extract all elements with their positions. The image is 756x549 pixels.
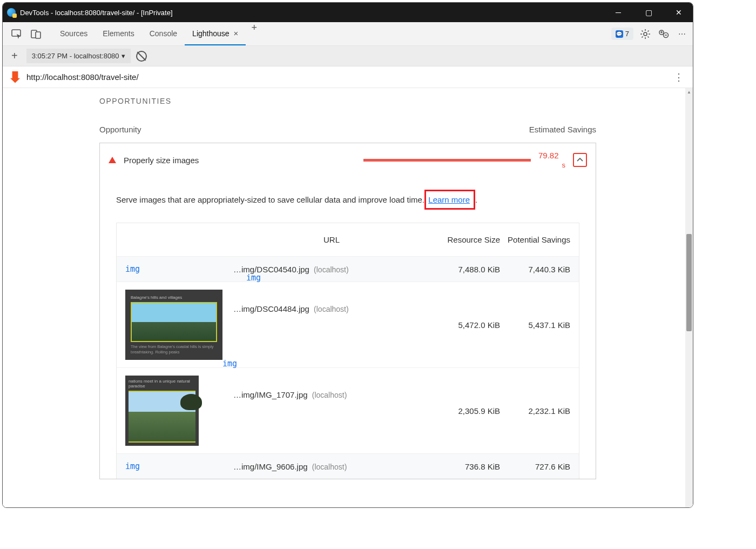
row-savings: 2,232.1 KiB (500, 406, 570, 416)
opportunity-card: Properly size images 79.82 s Serve image… (99, 143, 596, 479)
opportunity-header-row[interactable]: Properly size images 79.82 s (100, 143, 596, 177)
tabbar-right-controls: 💬 7 ⋯ (611, 28, 688, 41)
collapse-chevron-icon[interactable] (573, 153, 587, 167)
img-tag[interactable]: img (125, 461, 140, 471)
thumb-photo (131, 302, 217, 342)
close-tab-icon[interactable]: × (234, 29, 239, 38)
row-url: …img/IMG_9606.jpg (localhost) (233, 462, 430, 471)
table-row: img …img/IMG_9606.jpg (localhost) 736.8 … (117, 453, 579, 479)
img-tag[interactable]: img (125, 264, 140, 274)
devtools-tabbar: Sources Elements Console Lighthouse × + … (3, 22, 693, 46)
app-favicon-icon (7, 8, 16, 17)
image-thumbnail: Balagne's hills and villages The view fr… (125, 290, 222, 360)
report-content: OPPORTUNITIES Opportunity Estimated Savi… (3, 88, 693, 507)
report-selector-dropdown[interactable]: 3:05:27 PM - localhost:8080 ▾ (26, 49, 131, 63)
tab-sources[interactable]: Sources (52, 22, 95, 45)
row-savings: 5,437.1 KiB (500, 320, 570, 330)
tab-elements[interactable]: Elements (95, 22, 141, 45)
opportunity-title: Properly size images (124, 156, 199, 165)
row-size: 5,472.0 KiB (430, 320, 500, 330)
issues-count: 7 (625, 30, 629, 38)
window-controls: ─ ▢ ✕ (609, 8, 688, 17)
vertical-scrollbar[interactable]: ▲ (685, 88, 693, 507)
dropdown-arrow-icon: ▾ (122, 52, 125, 60)
svg-rect-0 (12, 30, 21, 36)
row-url: …img/DSC04540.jpg (localhost) (233, 265, 430, 274)
row-size: 2,305.9 KiB (430, 406, 500, 416)
savings-value: 79.82 (538, 151, 559, 160)
opportunity-description: Serve images that are appropriately-size… (116, 190, 579, 210)
head-resource-size: Resource Size (430, 235, 500, 244)
audit-url-bar: http://localhost:8080/travel-site/ ⋮ (3, 66, 693, 88)
add-tab-button[interactable]: + (246, 22, 262, 45)
close-button[interactable]: ✕ (669, 8, 688, 17)
maximize-button[interactable]: ▢ (639, 8, 658, 17)
element-picker-icon[interactable] (7, 26, 26, 42)
devtools-window: DevTools - localhost:8080/travel-site/ -… (2, 2, 693, 508)
window-titlebar: DevTools - localhost:8080/travel-site/ -… (3, 3, 693, 22)
minimize-button[interactable]: ─ (609, 8, 628, 17)
images-table: URL Resource Size Potential Savings img … (116, 223, 579, 479)
head-potential-savings: Potential Savings (500, 235, 570, 244)
device-toggle-icon[interactable] (26, 26, 46, 42)
clear-reports-icon[interactable] (136, 51, 147, 62)
panel-tabs: Sources Elements Console Lighthouse × + (52, 22, 262, 45)
row-size: 736.8 KiB (430, 462, 500, 471)
new-report-button[interactable]: + (8, 50, 21, 62)
tab-console[interactable]: Console (142, 22, 185, 45)
lighthouse-logo-icon (10, 71, 20, 83)
audited-url: http://localhost:8080/travel-site/ (26, 72, 666, 82)
scroll-up-arrow-icon[interactable]: ▲ (687, 90, 691, 95)
svg-rect-2 (36, 32, 40, 38)
col-opportunity-label: Opportunity (99, 125, 141, 134)
table-header: URL Resource Size Potential Savings (117, 223, 579, 256)
issues-badge[interactable]: 💬 7 (611, 28, 633, 40)
table-row: Balagne's hills and villages The view fr… (117, 282, 579, 367)
opportunities-columns: Opportunity Estimated Savings (99, 125, 596, 134)
row-size: 7,488.0 KiB (430, 265, 500, 274)
image-thumbnail: nations meet in a unique natural paradis… (125, 376, 199, 446)
savings-unit: s (538, 161, 565, 169)
more-menu-icon[interactable]: ⋯ (676, 28, 688, 41)
report-menu-icon[interactable]: ⋮ (672, 71, 685, 83)
opportunities-heading: OPPORTUNITIES (99, 97, 596, 105)
learn-more-link[interactable]: Learn more (424, 190, 475, 210)
table-row: nations meet in a unique natural paradis… (117, 367, 579, 453)
fail-triangle-icon (109, 157, 116, 163)
savings-value-block: 79.82 s (538, 151, 565, 169)
savings-bar (363, 159, 531, 162)
thumb-photo (129, 391, 195, 443)
issues-dot-icon: 💬 (616, 30, 623, 38)
img-tag[interactable]: img (246, 273, 430, 283)
row-savings: 7,440.3 KiB (500, 265, 570, 274)
opportunity-detail: Serve images that are appropriately-size… (100, 177, 596, 479)
tab-lighthouse[interactable]: Lighthouse × (185, 22, 246, 45)
col-savings-label: Estimated Savings (529, 125, 596, 134)
scrollbar-thumb[interactable] (686, 234, 692, 331)
lighthouse-toolbar: + 3:05:27 PM - localhost:8080 ▾ (3, 46, 693, 66)
head-url: URL (233, 235, 430, 244)
settings-icon[interactable] (639, 28, 652, 41)
row-savings: 727.6 KiB (500, 462, 570, 471)
img-tag[interactable]: img (222, 359, 430, 369)
feedback-icon[interactable] (657, 28, 670, 41)
svg-point-3 (644, 32, 647, 36)
window-title: DevTools - localhost:8080/travel-site/ -… (20, 9, 173, 17)
